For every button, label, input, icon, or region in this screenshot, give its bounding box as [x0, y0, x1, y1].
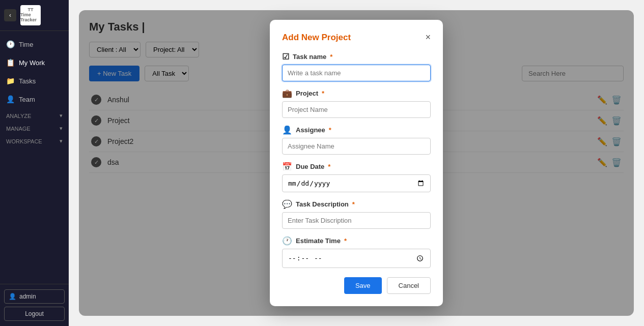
calendar-icon: 📅: [282, 162, 292, 171]
add-new-project-modal: Add New Project × ☑ Task name * 💼: [270, 20, 443, 306]
estimate-time-group: 🕐 Estimate Time *: [282, 236, 431, 268]
task-description-group: 💬 Task Description *: [282, 199, 431, 229]
sidebar-item-my-work[interactable]: 📋 My Work: [0, 53, 69, 72]
modal-overlay: Add New Project × ☑ Task name * 💼: [79, 10, 634, 316]
task-name-group: ☑ Task name *: [282, 52, 431, 81]
project-label: 💼 Project *: [282, 88, 431, 98]
manage-chevron-icon: ▾: [60, 125, 63, 132]
main-content: My Tasks | Client : All Project: All + N…: [79, 10, 634, 316]
task-name-required: *: [330, 53, 332, 61]
task-description-label-text: Task Description: [296, 200, 349, 208]
workspace-label: WORKSPACE: [6, 138, 42, 144]
sidebar-item-label-time: Time: [19, 41, 33, 48]
analyze-label: ANALYZE: [6, 113, 31, 119]
admin-button[interactable]: 👤 admin: [4, 289, 65, 304]
sidebar-logo: TT Time Tracker: [20, 5, 41, 25]
analyze-chevron-icon: ▾: [60, 112, 63, 119]
modal-title: Add New Project: [282, 33, 351, 43]
assignee-group: 👤 Assignee *: [282, 125, 431, 155]
estimate-time-input[interactable]: [282, 249, 431, 268]
logout-label: Logout: [25, 310, 44, 317]
modal-footer: Save Cancel: [282, 277, 431, 294]
assignee-label: 👤 Assignee *: [282, 125, 431, 135]
sidebar-item-label-tasks: Tasks: [19, 77, 36, 85]
assignee-label-text: Assignee: [296, 126, 325, 134]
project-label-text: Project: [296, 90, 318, 97]
sidebar: ‹ TT Time Tracker 🕐 Time 📋 My Work 📁 Tas…: [0, 0, 69, 326]
modal-header: Add New Project ×: [282, 32, 431, 43]
sidebar-item-team[interactable]: 👤 Team: [0, 90, 69, 108]
sidebar-item-tasks[interactable]: 📁 Tasks: [0, 72, 69, 90]
sidebar-back-button[interactable]: ‹: [4, 9, 16, 21]
admin-icon: 👤: [9, 293, 16, 300]
logo-subtitle: Time Tracker: [20, 13, 41, 23]
clock-icon: 🕐: [282, 236, 292, 246]
sidebar-header: ‹ TT Time Tracker: [0, 0, 69, 31]
team-icon: 👤: [6, 95, 15, 103]
project-input[interactable]: [282, 101, 431, 118]
assignee-input[interactable]: [282, 138, 431, 155]
estimate-time-label: 🕐 Estimate Time *: [282, 236, 431, 246]
briefcase-icon: 💼: [282, 88, 292, 98]
due-date-group: 📅 Due Date *: [282, 162, 431, 192]
project-group: 💼 Project *: [282, 88, 431, 118]
sidebar-item-label-team: Team: [19, 96, 35, 103]
task-description-input[interactable]: [282, 212, 431, 229]
admin-label: admin: [19, 293, 36, 300]
sidebar-item-time[interactable]: 🕐 Time: [0, 35, 69, 53]
estimate-time-label-text: Estimate Time: [296, 237, 341, 245]
due-date-label: 📅 Due Date *: [282, 162, 431, 171]
main-area: My Tasks | Client : All Project: All + N…: [69, 0, 644, 326]
my-work-icon: 📋: [6, 58, 15, 67]
person-icon: 👤: [282, 125, 292, 135]
task-name-label: ☑ Task name *: [282, 52, 431, 62]
task-name-label-text: Task name: [293, 53, 326, 61]
task-name-input[interactable]: [282, 65, 431, 81]
save-button[interactable]: Save: [344, 277, 382, 294]
logout-button[interactable]: Logout: [4, 307, 65, 321]
sidebar-section-manage[interactable]: MANAGE ▾: [0, 121, 69, 134]
sidebar-section-analyze[interactable]: ANALYZE ▾: [0, 108, 69, 121]
due-date-required: *: [328, 163, 330, 170]
chat-icon: 💬: [282, 199, 292, 209]
modal-close-button[interactable]: ×: [425, 32, 431, 43]
time-icon: 🕐: [6, 40, 15, 48]
due-date-label-text: Due Date: [296, 163, 324, 170]
workspace-chevron-icon: ▾: [60, 138, 63, 144]
sidebar-item-label-my-work: My Work: [19, 59, 45, 67]
project-required: *: [322, 90, 324, 97]
checkbox-icon: ☑: [282, 52, 289, 62]
sidebar-section-workspace[interactable]: WORKSPACE ▾: [0, 134, 69, 146]
assignee-required: *: [329, 126, 331, 134]
due-date-input[interactable]: [282, 174, 431, 192]
task-description-required: *: [352, 200, 355, 208]
task-description-label: 💬 Task Description *: [282, 199, 431, 209]
sidebar-nav: 🕐 Time 📋 My Work 📁 Tasks 👤 Team ANALYZE …: [0, 31, 69, 284]
estimate-time-required: *: [344, 237, 347, 245]
manage-label: MANAGE: [6, 126, 31, 132]
cancel-button[interactable]: Cancel: [387, 277, 431, 294]
tasks-icon: 📁: [6, 77, 15, 85]
sidebar-bottom: 👤 admin Logout: [0, 284, 69, 326]
